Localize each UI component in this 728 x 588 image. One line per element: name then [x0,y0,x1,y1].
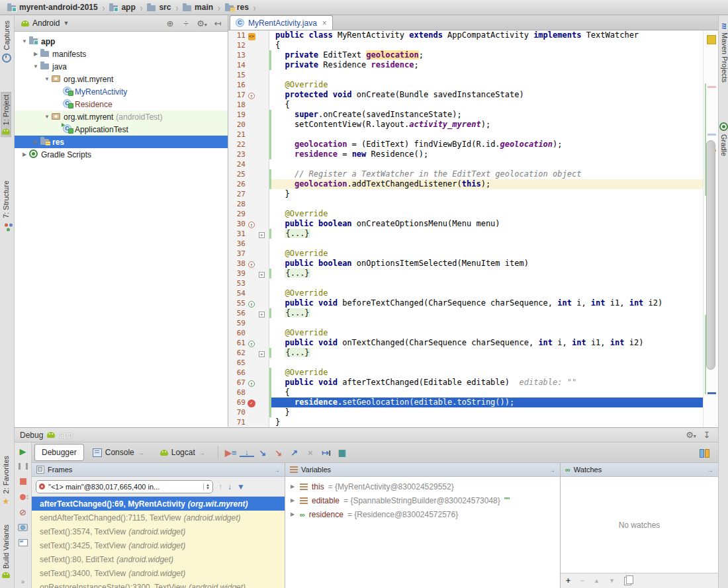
tool-button-maven-projects[interactable]: mMaven Projects [719,21,728,85]
tree-toggle-icon[interactable]: ▼ [31,63,40,69]
tool-button----structure[interactable]: 7: Structure [1,178,11,231]
add-watch-icon[interactable]: + [566,576,570,585]
filter-frames-icon[interactable]: ▼ [237,482,245,491]
override-marker-icon[interactable]: ↑ [246,91,257,100]
variable-row-residence[interactable]: ▶∞residence = {Residence@830024572576} [285,507,560,521]
step-over-icon[interactable]: ↓ [240,448,254,457]
implement-marker-icon[interactable]: ↑ [246,339,257,348]
implement-marker-icon[interactable]: ↑ [246,299,257,308]
hide-panel-icon[interactable]: ↤ [212,19,224,28]
code-area[interactable]: 11<>public class MyRentActivity extends … [228,30,718,427]
duplicate-watch-icon[interactable] [624,577,631,585]
breadcrumb-item-app[interactable]: app [107,0,137,15]
drop-frame-icon[interactable]: × [303,448,318,458]
expand-icon[interactable]: ▶ [291,511,296,517]
frame-row[interactable]: onRestoreInstanceState():3300, TextView(… [32,580,285,588]
float-pane-icon[interactable]: → [273,466,280,474]
tree-item-app[interactable]: ▼app [15,35,228,48]
float-pane-icon[interactable]: → [707,466,713,474]
tree-toggle-icon[interactable]: ▼ [42,76,52,82]
tool-button----favorites[interactable]: ★2: Favorites [1,453,11,509]
tree-toggle-icon[interactable]: ▶ [31,51,40,57]
tree-item-myrentactivity[interactable]: MyRentActivity [15,85,228,98]
override-marker-icon[interactable]: ↑ [246,259,257,269]
fold-expand-icon[interactable]: + [259,232,265,238]
override-marker-icon[interactable]: ↑ [246,220,257,229]
tree-item-org-wit-myrent[interactable]: ▼org.wit.myrent(androidTest) [15,110,228,123]
variable-row-this[interactable]: ▶this = {MyRentActivity@830024529552} [285,480,560,493]
step-into-icon[interactable]: ↘ [255,448,270,458]
frame-down-icon[interactable]: ↓ [228,482,232,491]
locate-icon[interactable]: ⊕ [164,19,176,28]
frame-up-icon[interactable]: ↑ [218,482,222,491]
stripe-mark-current-line[interactable] [707,392,716,394]
mute-breakpoints-button[interactable]: ⊘ [18,507,28,517]
tree-toggle-icon[interactable]: ▶ [31,139,40,145]
frame-row[interactable]: setText():3400, TextView(android.widget) [32,566,285,580]
tab-myrentactivity[interactable]: MyRentActivity.java × [230,15,333,30]
breakpoint-icon[interactable]: ✓ [246,398,257,407]
show-execution-point-icon[interactable]: ▶≡ [224,448,238,458]
stop-button[interactable] [18,477,28,486]
frame-row[interactable]: setText():3574, TextView(android.widget) [32,525,285,538]
close-icon[interactable]: × [322,19,327,28]
more-icon[interactable]: » [21,578,25,585]
tree-toggle-icon[interactable]: ▶ [20,151,29,157]
error-stripe[interactable] [703,30,718,427]
stripe-mark[interactable] [707,86,716,88]
thread-selector[interactable]: "<1> main"@830,017,665,400 in... ▲▼ [36,480,213,493]
collapse-all-icon[interactable]: ÷ [180,19,192,28]
gear-icon[interactable]: ⚙▾ [196,19,208,28]
debug-tab-logcat[interactable]: Logcat→ [153,444,212,461]
expand-icon[interactable]: ▶ [291,483,296,489]
breadcrumb-item-main[interactable]: main [181,0,215,15]
breadcrumb-item-src[interactable]: src [145,0,173,15]
gear-icon[interactable]: ⚙▾ [685,430,697,440]
tree-toggle-icon[interactable]: ▼ [42,114,52,120]
debug-tab-debugger[interactable]: Debugger [34,444,84,461]
tool-button-captures[interactable]: Captures [1,18,13,65]
tree-toggle-icon[interactable]: ▼ [20,38,29,44]
fold-expand-icon[interactable]: + [259,312,265,317]
project-view-selector[interactable]: Android ▼ [19,18,71,28]
debug-tab-console[interactable]: Console→ [85,444,152,461]
step-out-icon[interactable]: ↗ [287,448,302,458]
move-up-icon[interactable]: ▲ [594,577,600,584]
file-warning-marker[interactable] [707,35,716,44]
frame-row[interactable]: sendAfterTextChanged():7115, TextView(an… [32,511,285,525]
breadcrumb-item-myrent-android-2015[interactable]: myrent-android-2015 [5,0,100,15]
remove-watch-icon[interactable]: − [580,576,584,585]
force-step-into-icon[interactable]: ↘ [271,448,286,458]
tree-item-org-wit-myrent[interactable]: ▼org.wit.myrent [15,73,228,85]
pause-button[interactable] [18,462,28,471]
fold-expand-icon[interactable]: + [259,272,265,278]
tree-item-applicationtest[interactable]: ApplicationTest [15,123,228,136]
tree-item-res[interactable]: ▶res [15,136,228,148]
editor-scrollbar[interactable] [706,140,715,370]
frame-row[interactable]: setText():80, EditText(android.widget) [32,552,285,566]
breadcrumb-item-res[interactable]: res [223,0,251,15]
class-gutter-icon[interactable]: <> [246,30,257,40]
float-pane-icon[interactable]: → [549,466,555,474]
tool-button----project[interactable]: 1: Project [1,92,11,137]
screenshot-button[interactable] [18,523,28,532]
threads-view-icon[interactable] [700,449,709,456]
frame-row[interactable]: setText():3425, TextView(android.widget) [32,538,285,552]
tree-item-gradle-scripts[interactable]: ▶Gradle Scripts [15,148,228,161]
expand-icon[interactable]: ▶ [291,497,296,503]
tree-item-manifests[interactable]: ▶manifests [15,48,228,60]
view-breakpoints-button[interactable] [18,492,28,501]
run-to-cursor-icon[interactable]: ↦I [319,448,334,458]
layout-inspector-button[interactable] [18,538,28,547]
tool-button-gradle[interactable]: Gradle [719,120,728,159]
frame-row[interactable]: afterTextChanged():69, MyRentActivity(or… [32,497,285,511]
evaluate-expression-icon[interactable]: ▦ [335,448,349,458]
resume-button[interactable]: ▶ [18,446,28,456]
fold-expand-icon[interactable]: + [259,351,265,357]
variable-row-editable[interactable]: ▶editable = {SpannableStringBuilder@8300… [285,493,560,507]
stripe-mark[interactable] [707,134,716,136]
tool-button-build-variants[interactable]: Build Variants [1,522,11,581]
tree-item-residence[interactable]: Residence [15,98,228,110]
tree-item-java[interactable]: ▼java [15,60,228,73]
implement-marker-icon[interactable]: ↑ [246,378,257,388]
